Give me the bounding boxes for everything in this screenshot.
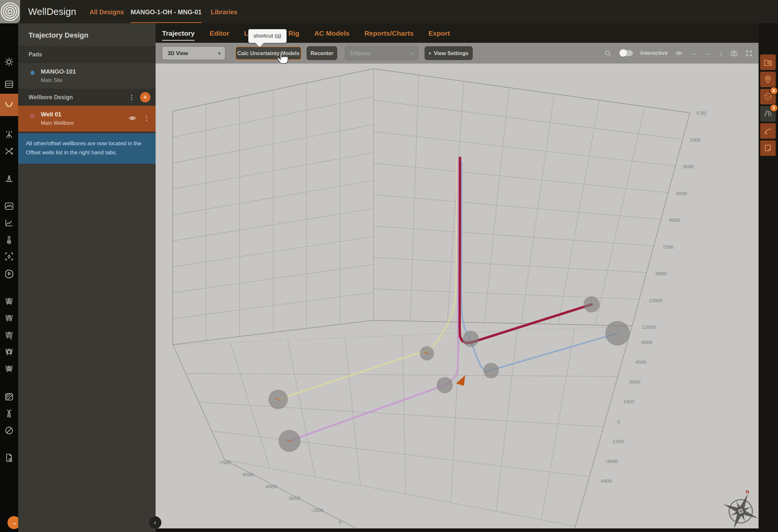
module-tab-bar: TrajectoryEditorLocation and RigAC Model… [156,23,759,43]
rail-item-casing-liner[interactable] [0,360,18,377]
rig-platform-icon [4,174,14,183]
rail-item-casing-stack[interactable] [0,293,18,310]
rail-item-trajectory-design[interactable] [0,94,18,116]
axis-tick-label: 3000 [683,164,694,169]
right-rail-folder-search[interactable] [760,55,776,70]
rail-item-multilateral-wells[interactable] [0,127,18,143]
app-title: WellDesign [28,0,76,23]
rail-item-anti-collision[interactable] [0,143,18,159]
pan-right-arrow-icon[interactable]: → [690,50,697,57]
fluid-expand-icon [4,251,14,261]
pan-down-arrow-icon[interactable]: ↓ [719,50,723,57]
wellbore-menu-kebab[interactable]: ⋮ [128,93,135,102]
add-wellbore-button[interactable]: + [140,92,150,102]
casing-hanger-icon [4,313,14,323]
interactive-toggle[interactable] [619,50,633,56]
rail-item-document-time[interactable] [0,449,18,466]
target-sphere[interactable] [605,321,630,346]
well-menu-kebab[interactable]: ⋮ [143,113,150,123]
axis-tick-label: -1500 [611,439,624,444]
rail-item-hatch-pattern[interactable] [0,388,18,405]
pad-name: MANGO-101 [41,68,76,75]
wellbore-design-label: Wellbore Design [28,94,73,100]
nav-item-label: Libraries [211,8,237,15]
axis-tick-label: -1500 [311,507,323,513]
rail-item-settings-gear[interactable] [0,54,18,70]
tab-export[interactable]: Export [429,23,450,43]
target-sphere[interactable] [463,331,479,347]
rail-item-data-tables[interactable] [0,76,18,93]
well-path-offset-yellow[interactable] [278,159,457,399]
sticky-note-icon [763,144,773,153]
show-hide-eye-icon[interactable] [675,50,683,57]
rail-item-rig-platform[interactable] [0,170,18,187]
rail-item-casing-single[interactable] [0,326,18,343]
location-pin-icon [763,75,773,84]
tab-ac-models[interactable]: AC Models [314,23,349,43]
chevron-down-icon: ▾ [429,51,431,56]
axis-tick-label: -3000 [605,458,618,464]
target-sphere[interactable] [584,296,600,312]
right-rail-sticky-note[interactable] [760,140,776,156]
right-rail-targets-scatter[interactable]: 8 [760,89,776,104]
app-logo[interactable] [0,0,20,23]
ellipses-select-disabled[interactable]: Ellipses ▾ [345,46,418,60]
top-app-bar: WellDesign All DesignsMANGO-1-OH - MNG-0… [0,0,778,23]
active-nav-underline [131,22,202,23]
tab-editor[interactable]: Editor [210,23,229,43]
axis-tick-label: 1500 [623,399,634,404]
search-icon[interactable] [604,50,612,57]
pan-left-arrow-icon[interactable]: ← [705,50,712,57]
axis-tick-label: 7500 [662,244,674,250]
recenter-button[interactable]: Recenter [307,46,337,60]
nav-item-mango-1-oh-mng-01[interactable]: MANGO-1-OH - MNG-01 [131,0,202,23]
hatch-pattern-icon [4,392,14,402]
view-settings-button[interactable]: ▾ View Settings [425,46,473,60]
axis-tick-label: 6000 [641,339,652,345]
target-sphere[interactable] [483,363,499,378]
terrain-surface-icon [4,201,14,211]
rail-item-thermometer[interactable] [0,231,18,248]
rail-item-terrain-surface[interactable] [0,198,18,215]
chevron-down-icon: ▾ [218,51,220,56]
count-badge: 3 [770,104,778,112]
toggle-knob [619,49,627,57]
compass-north-label: N [746,489,750,495]
rail-item-casing-rows[interactable] [0,343,18,360]
well-list-item-selected[interactable]: Well 01 Main Wellbore ⋮ [18,106,156,132]
view-mode-select[interactable]: 3D View ▾ [162,46,225,60]
axis-tick-label: 9000 [655,271,667,276]
axis-tick-label: -4500 [264,484,277,489]
camera-snapshot-icon[interactable] [730,50,738,57]
casing-stack-icon [4,296,14,306]
tab-trajectory[interactable]: Trajectory [162,23,194,43]
pad-list-item[interactable]: MANGO-101 Main Site [18,63,156,89]
right-rail-location-pin[interactable] [760,72,776,87]
rail-item-gear-run[interactable] [0,265,18,282]
axis-tick-label: 0 [617,419,620,425]
view-toolbar: 3D View ▾ Calc Uncertainty Models Recent… [156,43,759,64]
visibility-eye-icon[interactable] [129,115,136,122]
axis-tick-label: 0 [ft] [696,110,706,116]
rail-item-line-chart[interactable] [0,215,18,231]
nav-item-all-designs[interactable]: All Designs [89,0,124,23]
concentric-circles-icon [0,0,20,23]
nav-item-libraries[interactable]: Libraries [211,0,237,23]
target-sphere[interactable] [437,377,453,393]
trajectory-3d-viewport[interactable]: 0 [ft]1500300045006000750090001050012000… [156,64,759,532]
axis-tick-label: -7500 [218,460,231,465]
collapse-panel-button[interactable]: ‹ [148,516,161,529]
rail-item-no-entry[interactable] [0,422,18,439]
rail-item-casing-hanger[interactable] [0,310,18,326]
rail-item-fluid-expand[interactable] [0,248,18,265]
calc-uncertainty-models-button[interactable]: Calc Uncertainty Models [235,46,302,60]
fit-view-expand-icon[interactable] [745,50,753,57]
axis-tick-label: 6000 [669,217,681,223]
plot-controls: Interactive → ← ↓ [604,43,753,64]
axis-tick-label: 4500 [676,191,687,196]
tab-reports-charts[interactable]: Reports/Charts [364,23,414,43]
right-rail-offset-wells[interactable]: 3 [760,106,776,122]
rail-item-derrick[interactable] [0,405,18,422]
right-rail-trajectory-curve[interactable] [760,123,776,139]
axis-tick-label: 12000 [642,324,656,330]
